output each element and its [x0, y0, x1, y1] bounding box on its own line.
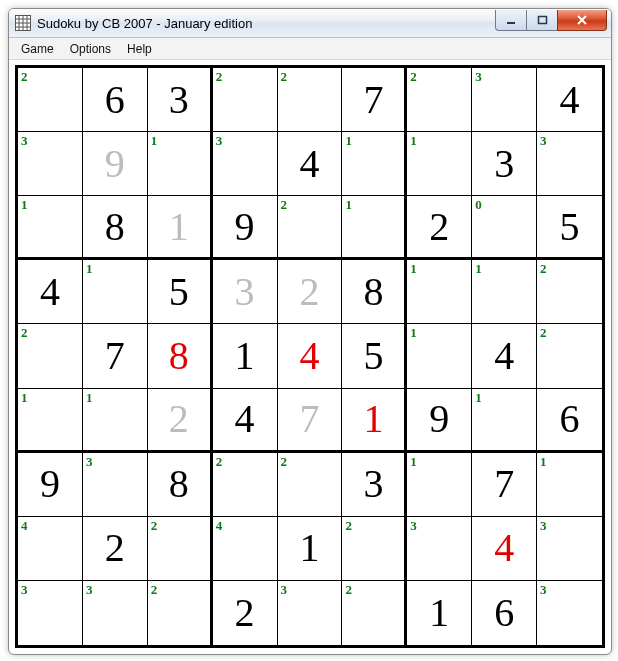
sudoku-cell[interactable]: 7 — [83, 324, 148, 388]
sudoku-cell[interactable]: 1 — [213, 324, 278, 388]
sudoku-cell[interactable]: 4 — [18, 260, 83, 324]
cell-hint: 3 — [540, 582, 547, 598]
sudoku-cell[interactable]: 3 — [213, 132, 278, 196]
sudoku-cell[interactable]: 4 — [278, 132, 343, 196]
sudoku-cell[interactable]: 5 — [148, 260, 213, 324]
sudoku-cell[interactable]: 8 — [148, 453, 213, 517]
sudoku-cell[interactable]: 3 — [18, 581, 83, 645]
sudoku-cell[interactable]: 2 — [83, 517, 148, 581]
sudoku-cell[interactable]: 1 — [472, 260, 537, 324]
sudoku-cell[interactable]: 1 — [83, 260, 148, 324]
sudoku-cell[interactable]: 5 — [342, 324, 407, 388]
sudoku-cell[interactable]: 2 — [278, 196, 343, 260]
cell-value: 2 — [407, 196, 471, 257]
sudoku-cell[interactable]: 4 — [472, 517, 537, 581]
menu-options[interactable]: Options — [62, 40, 119, 58]
sudoku-cell[interactable]: 8 — [148, 324, 213, 388]
menu-help[interactable]: Help — [119, 40, 160, 58]
close-button[interactable] — [557, 10, 607, 31]
sudoku-cell[interactable]: 9 — [407, 389, 472, 453]
sudoku-cell[interactable]: 4 — [213, 389, 278, 453]
sudoku-cell[interactable]: 2 — [537, 324, 602, 388]
sudoku-cell[interactable]: 1 — [18, 196, 83, 260]
minimize-button[interactable] — [495, 10, 527, 31]
sudoku-cell[interactable]: 4 — [472, 324, 537, 388]
sudoku-cell[interactable]: 3 — [278, 581, 343, 645]
cell-hint: 2 — [151, 518, 158, 534]
sudoku-cell[interactable]: 2 — [148, 581, 213, 645]
sudoku-cell[interactable]: 7 — [278, 389, 343, 453]
sudoku-cell[interactable]: 2 — [407, 68, 472, 132]
sudoku-cell[interactable]: 8 — [342, 260, 407, 324]
sudoku-cell[interactable]: 2 — [18, 68, 83, 132]
sudoku-cell[interactable]: 2 — [407, 196, 472, 260]
sudoku-cell[interactable]: 1 — [407, 453, 472, 517]
sudoku-cell[interactable]: 1 — [342, 132, 407, 196]
sudoku-cell[interactable]: 0 — [472, 196, 537, 260]
sudoku-cell[interactable]: 7 — [342, 68, 407, 132]
sudoku-cell[interactable]: 9 — [213, 196, 278, 260]
sudoku-cell[interactable]: 4 — [537, 68, 602, 132]
titlebar[interactable]: Sudoku by CB 2007 - January edition — [9, 9, 611, 38]
sudoku-cell[interactable]: 1 — [407, 260, 472, 324]
sudoku-cell[interactable]: 2 — [278, 68, 343, 132]
sudoku-cell[interactable]: 7 — [472, 453, 537, 517]
sudoku-cell[interactable]: 3 — [472, 132, 537, 196]
sudoku-cell[interactable]: 9 — [18, 453, 83, 517]
sudoku-cell[interactable]: 5 — [537, 196, 602, 260]
sudoku-cell[interactable]: 1 — [148, 132, 213, 196]
sudoku-cell[interactable]: 3 — [148, 68, 213, 132]
sudoku-cell[interactable]: 2 — [342, 581, 407, 645]
sudoku-cell[interactable]: 2 — [213, 453, 278, 517]
sudoku-cell[interactable]: 2 — [278, 453, 343, 517]
sudoku-cell[interactable]: 3 — [537, 581, 602, 645]
sudoku-cell[interactable]: 2 — [18, 324, 83, 388]
sudoku-cell[interactable]: 6 — [537, 389, 602, 453]
sudoku-cell[interactable]: 2 — [278, 260, 343, 324]
sudoku-cell[interactable]: 1 — [472, 389, 537, 453]
menu-game[interactable]: Game — [13, 40, 62, 58]
cell-hint: 4 — [216, 518, 223, 534]
sudoku-cell[interactable]: 4 — [213, 517, 278, 581]
sudoku-cell[interactable]: 1 — [342, 389, 407, 453]
sudoku-cell[interactable]: 2 — [148, 517, 213, 581]
maximize-button[interactable] — [526, 10, 558, 31]
sudoku-cell[interactable]: 1 — [407, 324, 472, 388]
sudoku-cell[interactable]: 3 — [342, 453, 407, 517]
sudoku-cell[interactable]: 1 — [342, 196, 407, 260]
cell-value: 2 — [83, 517, 147, 580]
sudoku-cell[interactable]: 2 — [213, 581, 278, 645]
sudoku-cell[interactable]: 3 — [407, 517, 472, 581]
sudoku-cell[interactable]: 1 — [278, 517, 343, 581]
sudoku-cell[interactable]: 3 — [537, 132, 602, 196]
sudoku-cell[interactable]: 2 — [213, 68, 278, 132]
cell-hint: 2 — [216, 454, 223, 470]
cell-hint: 2 — [216, 69, 223, 85]
sudoku-cell[interactable]: 3 — [537, 517, 602, 581]
sudoku-cell[interactable]: 1 — [83, 389, 148, 453]
sudoku-cell[interactable]: 1 — [407, 581, 472, 645]
sudoku-cell[interactable]: 6 — [83, 68, 148, 132]
sudoku-cell[interactable]: 2 — [342, 517, 407, 581]
sudoku-cell[interactable]: 4 — [278, 324, 343, 388]
sudoku-cell[interactable]: 1 — [537, 453, 602, 517]
cell-value: 9 — [213, 196, 277, 257]
cell-value: 5 — [537, 196, 602, 257]
sudoku-cell[interactable]: 9 — [83, 132, 148, 196]
sudoku-cell[interactable]: 2 — [537, 260, 602, 324]
sudoku-cell[interactable]: 3 — [83, 453, 148, 517]
sudoku-cell[interactable]: 1 — [407, 132, 472, 196]
cell-value: 9 — [83, 132, 147, 195]
sudoku-cell[interactable]: 4 — [18, 517, 83, 581]
sudoku-cell[interactable]: 2 — [148, 389, 213, 453]
sudoku-cell[interactable]: 1 — [18, 389, 83, 453]
cell-value: 1 — [342, 389, 404, 450]
sudoku-cell[interactable]: 6 — [472, 581, 537, 645]
sudoku-cell[interactable]: 1 — [148, 196, 213, 260]
sudoku-cell[interactable]: 3 — [472, 68, 537, 132]
sudoku-cell[interactable]: 8 — [83, 196, 148, 260]
sudoku-cell[interactable]: 3 — [213, 260, 278, 324]
sudoku-cell[interactable]: 3 — [18, 132, 83, 196]
sudoku-cell[interactable]: 3 — [83, 581, 148, 645]
grid-icon — [15, 15, 31, 31]
